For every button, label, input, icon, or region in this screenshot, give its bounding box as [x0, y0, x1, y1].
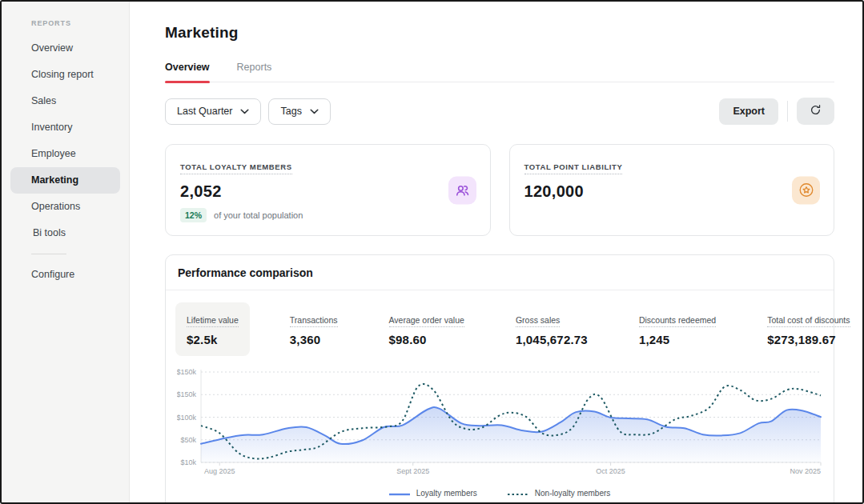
percentage-badge: 12% [180, 208, 207, 222]
legend-non-loyalty-members: Non-loyalty members [508, 489, 610, 498]
performance-comparison-title: Performance comparison [166, 255, 834, 290]
toolbar: Last Quarter Tags Export [165, 98, 834, 125]
performance-comparison-card: Performance comparison Lifetime value $2… [165, 254, 834, 504]
stat-cards-row: TOTAL LOYALTY MEMBERS 2,052 12% of your … [165, 144, 834, 236]
point-liability-card: TOTAL POINT LIABILITY 120,000 [509, 144, 835, 236]
main-content: Marketing Overview Reports Last Quarter … [131, 2, 862, 502]
loyalty-star-icon [792, 176, 820, 204]
metric-label: Lifetime value [187, 315, 239, 327]
sidebar-item-bi-tools[interactable]: Bi tools [10, 220, 120, 246]
sidebar-item-sales[interactable]: Sales [10, 88, 120, 114]
metric-lifetime-value[interactable]: Lifetime value $2.5k [175, 302, 250, 356]
page-title: Marketing [165, 24, 834, 42]
sidebar-divider [31, 254, 66, 254]
svg-text:$150k: $150k [177, 390, 196, 398]
badge-caption: of your total population [214, 210, 303, 220]
sidebar-item-inventory[interactable]: Inventory [10, 114, 120, 141]
people-icon [448, 176, 476, 204]
sidebar-item-closing-report[interactable]: Closing report [10, 62, 120, 88]
svg-text:$50k: $50k [180, 436, 196, 444]
refresh-button[interactable] [797, 98, 834, 125]
tab-reports[interactable]: Reports [237, 62, 272, 82]
metric-label: Transactions [290, 315, 338, 327]
date-range-filter-label: Last Quarter [177, 106, 232, 117]
metric-gross-sales[interactable]: Gross sales 1,045,672.73 [504, 302, 599, 356]
legend-loyalty-members: Loyalty members [389, 489, 477, 498]
date-range-filter[interactable]: Last Quarter [165, 98, 261, 125]
metric-label: Discounts redeemed [639, 315, 716, 327]
svg-text:$100k: $100k [177, 414, 196, 422]
sidebar-item-overview[interactable]: Overview [10, 35, 120, 62]
loyalty-members-value: 2,052 [180, 182, 476, 201]
metrics-row: Lifetime value $2.5k Transactions 3,360 … [166, 290, 834, 361]
chart-area: $150k$150k$100k$50k$10kAug 2025Sept 2025… [166, 361, 834, 481]
sidebar-item-operations[interactable]: Operations [10, 194, 120, 220]
tags-filter-label: Tags [280, 106, 301, 117]
chart-legend: Loyalty members Non-loyalty members [166, 481, 834, 504]
sidebar-section-label: REPORTS [31, 19, 120, 27]
metric-discounts-redeemed[interactable]: Discounts redeemed 1,245 [628, 302, 727, 356]
tab-bar: Overview Reports [165, 62, 834, 82]
chevron-down-icon [240, 106, 249, 117]
legend-label: Loyalty members [416, 489, 477, 498]
sidebar: REPORTS Overview Closing report Sales In… [2, 2, 130, 502]
metric-average-order-value[interactable]: Average order value $98.60 [378, 302, 476, 356]
sidebar-item-configure[interactable]: Configure [10, 262, 120, 288]
toolbar-divider [787, 101, 788, 122]
dotted-line-icon [508, 489, 528, 498]
chevron-down-icon [310, 106, 319, 117]
svg-text:Sept 2025: Sept 2025 [396, 467, 429, 475]
metric-total-cost-of-discounts[interactable]: Total cost of discounts $273,189.67 [756, 302, 861, 356]
metric-label: Average order value [389, 315, 464, 327]
metric-value: 1,245 [639, 333, 716, 346]
metric-value: $2.5k [187, 333, 239, 346]
metric-value: $273,189.67 [767, 333, 850, 346]
sidebar-item-employee[interactable]: Employee [10, 141, 120, 167]
point-liability-value: 120,000 [524, 182, 820, 201]
app-window: REPORTS Overview Closing report Sales In… [0, 0, 864, 504]
metric-value: 1,045,672.73 [516, 333, 588, 346]
svg-text:Nov 2025: Nov 2025 [790, 467, 821, 475]
metric-value: $98.60 [389, 333, 464, 346]
metric-label: Gross sales [516, 315, 560, 327]
sidebar-item-marketing[interactable]: Marketing [10, 167, 120, 194]
solid-line-icon [389, 489, 410, 498]
svg-text:Aug 2025: Aug 2025 [204, 467, 235, 475]
performance-chart: $150k$150k$100k$50k$10kAug 2025Sept 2025… [177, 366, 822, 478]
metric-label: Total cost of discounts [767, 315, 850, 327]
loyalty-members-card: TOTAL LOYALTY MEMBERS 2,052 12% of your … [165, 144, 491, 236]
svg-text:$150k: $150k [177, 368, 196, 376]
metric-transactions[interactable]: Transactions 3,360 [279, 302, 349, 356]
tab-overview[interactable]: Overview [165, 62, 210, 82]
sidebar-nav: Overview Closing report Sales Inventory … [10, 35, 120, 246]
point-liability-label: TOTAL POINT LIABILITY [524, 162, 623, 174]
svg-text:Oct 2025: Oct 2025 [596, 467, 625, 475]
loyalty-members-label: TOTAL LOYALTY MEMBERS [180, 162, 292, 174]
export-button[interactable]: Export [719, 98, 778, 125]
svg-text:$10k: $10k [180, 458, 196, 466]
metric-value: 3,360 [290, 333, 338, 346]
loyalty-members-subline: 12% of your total population [180, 208, 476, 222]
tags-filter[interactable]: Tags [268, 98, 330, 125]
legend-label: Non-loyalty members [535, 489, 610, 498]
refresh-icon [810, 104, 822, 118]
